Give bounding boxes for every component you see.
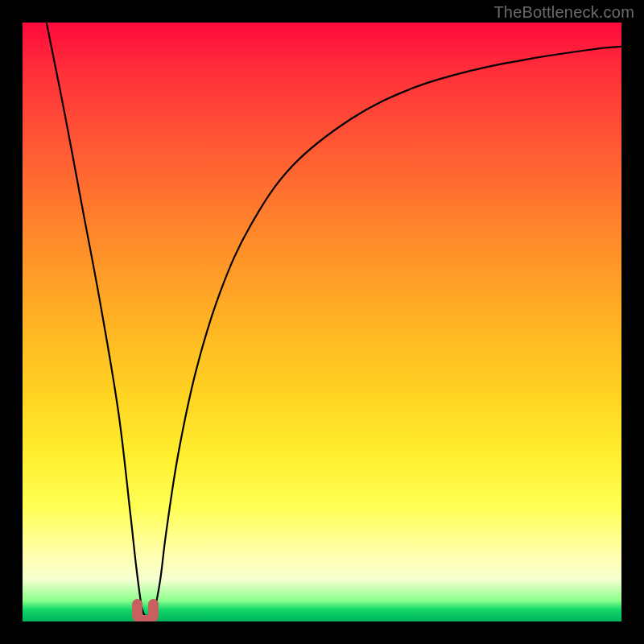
plot-area [23, 23, 621, 621]
chart-container: TheBottleneck.com [0, 0, 644, 644]
bottleneck-curve [47, 23, 621, 616]
attribution-label: TheBottleneck.com [493, 3, 634, 22]
curve-layer [23, 23, 621, 621]
min-marker-icon [138, 605, 154, 621]
